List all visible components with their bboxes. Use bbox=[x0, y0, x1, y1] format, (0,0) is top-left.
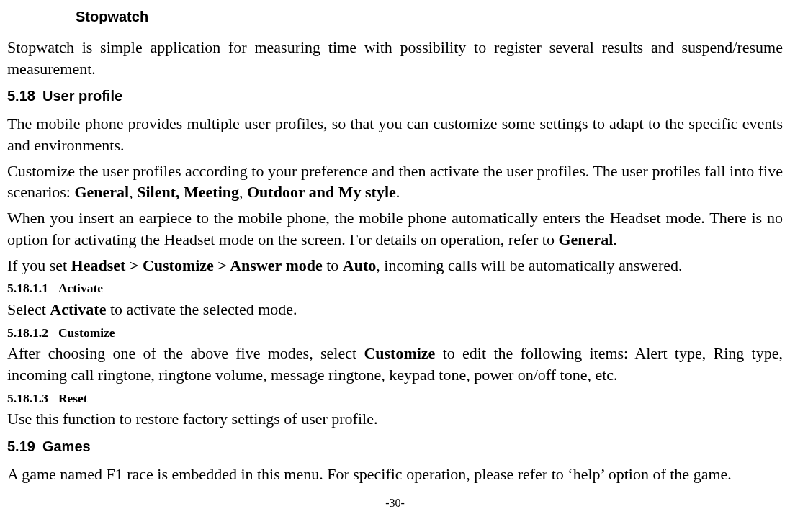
text-run: If you set bbox=[7, 256, 71, 274]
section-user-profile-heading: 5.18User profile bbox=[7, 86, 783, 106]
text-run: , bbox=[239, 183, 247, 201]
subsection-title: Customize bbox=[58, 325, 115, 340]
bold-text: Customize bbox=[364, 344, 435, 362]
text-run: . bbox=[613, 230, 617, 248]
subsection-number: 5.18.1.1 bbox=[7, 281, 48, 295]
bold-text: Activate bbox=[50, 300, 106, 318]
games-text: A game named F1 race is embedded in this… bbox=[7, 464, 783, 485]
user-profile-paragraph-4: If you set Headset > Customize > Answer … bbox=[7, 255, 783, 276]
text-run: After choosing one of the above five mod… bbox=[7, 344, 364, 362]
section-number: 5.19 bbox=[7, 438, 35, 454]
subsection-customize-heading: 5.18.1.2Customize bbox=[7, 325, 783, 342]
section-games-heading: 5.19Games bbox=[7, 437, 783, 456]
subsection-title: Reset bbox=[58, 391, 88, 405]
user-profile-paragraph-1: The mobile phone provides multiple user … bbox=[7, 113, 783, 155]
subsection-title: Activate bbox=[58, 281, 103, 295]
user-profile-paragraph-3: When you insert an earpiece to the mobil… bbox=[7, 207, 783, 250]
activate-text: Select Activate to activate the selected… bbox=[7, 299, 783, 320]
subsection-number: 5.18.1.2 bbox=[7, 325, 48, 340]
customize-text: After choosing one of the above five mod… bbox=[7, 343, 783, 385]
section-title: User profile bbox=[42, 88, 122, 104]
text-run: to bbox=[323, 256, 343, 274]
bold-text: Silent, Meeting bbox=[137, 183, 239, 201]
text-run: When you insert an earpiece to the mobil… bbox=[7, 209, 783, 248]
bold-text: Headset > Customize > Answer mode bbox=[71, 256, 323, 274]
text-run: . bbox=[396, 183, 400, 201]
page-number: -30- bbox=[7, 495, 783, 511]
bold-text: General bbox=[558, 230, 613, 248]
user-profile-paragraph-2: Customize the user profiles according to… bbox=[7, 161, 783, 203]
stopwatch-description: Stopwatch is simple application for meas… bbox=[7, 37, 783, 79]
subsection-reset-heading: 5.18.1.3Reset bbox=[7, 390, 783, 407]
text-run: , bbox=[129, 183, 137, 201]
reset-text: Use this function to restore factory set… bbox=[7, 408, 783, 430]
text-run: Select bbox=[7, 300, 50, 318]
bold-text: Auto bbox=[343, 256, 376, 274]
bold-text: Outdoor and My style bbox=[247, 183, 396, 201]
text-run: , incoming calls will be automatically a… bbox=[376, 256, 682, 274]
text-run: to activate the selected mode. bbox=[106, 300, 297, 318]
section-number: 5.18 bbox=[7, 88, 35, 104]
bold-text: General bbox=[74, 183, 129, 201]
subsection-activate-heading: 5.18.1.1Activate bbox=[7, 280, 783, 297]
subsection-number: 5.18.1.3 bbox=[7, 391, 48, 405]
stopwatch-heading: Stopwatch bbox=[76, 7, 783, 27]
section-title: Games bbox=[42, 438, 91, 454]
